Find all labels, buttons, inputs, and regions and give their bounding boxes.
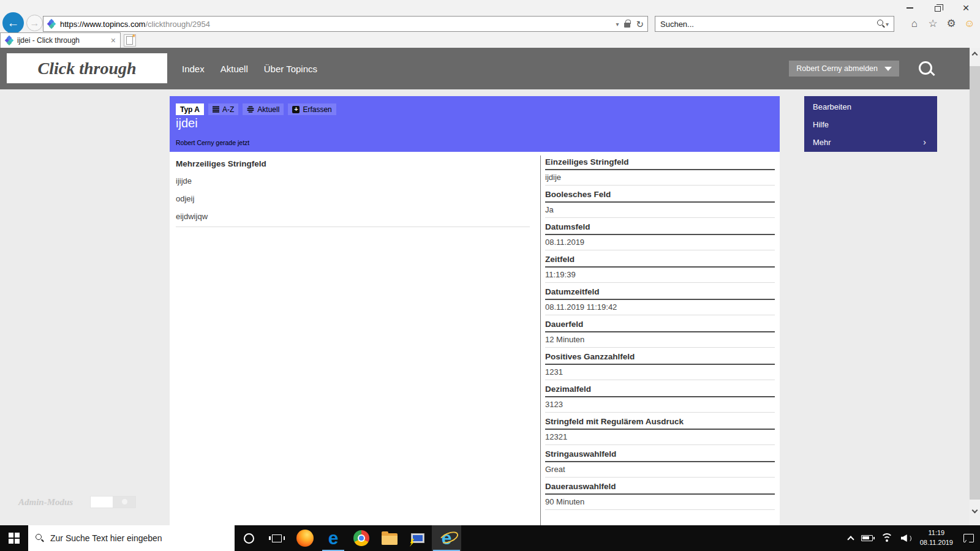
minimize-button[interactable] (895, 0, 924, 16)
admin-mode-row: Admin-Modus (18, 496, 136, 508)
page-title: ijdei (176, 116, 198, 130)
edge-button[interactable]: e (319, 525, 347, 551)
browser-search-input[interactable] (660, 20, 877, 29)
cortana-button[interactable] (235, 525, 263, 551)
home-icon[interactable]: ⌂ (908, 18, 921, 30)
menu-item-mehr[interactable]: Mehr› (804, 133, 937, 151)
field-value: 08.11.2019 11:19:42 (545, 300, 775, 315)
scrollbar-thumb[interactable] (970, 66, 980, 500)
address-bar[interactable]: https://www.topincs.com/clickthrough/295… (43, 16, 648, 32)
cortana-icon (244, 533, 254, 544)
field-value: ijdije (545, 170, 775, 186)
field-row: Stringauswahlfeld Great (545, 449, 775, 478)
search-dropdown-icon[interactable]: ▾ (886, 21, 889, 28)
field-label: Einzeiliges Stringfeld (545, 157, 775, 170)
new-tab-button[interactable]: * (124, 34, 136, 47)
battery-icon[interactable] (861, 535, 873, 541)
scroll-up-icon[interactable] (972, 52, 978, 58)
action-center-icon[interactable] (963, 534, 974, 542)
remote-desktop-button[interactable] (404, 525, 432, 551)
field-value: Great (545, 462, 775, 478)
nav-aktuell[interactable]: Aktuell (221, 64, 248, 74)
chrome-button[interactable] (347, 525, 375, 551)
page-background: Typ A A-Z Aktuell + Erfassen ijdei Rober… (0, 89, 970, 525)
browser-tab[interactable]: ijdei - Click through × (0, 32, 121, 48)
url-text: https://www.topincs.com/clickthrough/295… (60, 20, 210, 29)
scroll-down-icon[interactable] (972, 508, 978, 514)
field-value: 90 Minuten (545, 495, 775, 510)
field-value: odjeij (176, 194, 530, 212)
chip-a-z[interactable]: A-Z (208, 103, 238, 115)
field-row: Stringfeld mit Regulärem Ausdruck 12321 (545, 417, 775, 445)
site-logo-text: Click through (37, 59, 136, 78)
favorites-star-icon[interactable]: ☆ (926, 17, 940, 30)
firefox-icon (296, 530, 314, 547)
task-view-button[interactable] (263, 525, 291, 551)
menu-item-hilfe[interactable]: Hilfe (804, 116, 937, 133)
forward-button[interactable]: → (26, 15, 43, 31)
plus-icon: + (292, 106, 300, 113)
admin-mode-toggle[interactable] (90, 496, 136, 508)
forward-arrow-icon: → (30, 18, 40, 29)
tab-close-icon[interactable]: × (111, 36, 116, 45)
address-dropdown-icon[interactable]: ▾ (616, 21, 619, 28)
topic-banner: Typ A A-Z Aktuell + Erfassen ijdei Rober… (170, 96, 780, 152)
taskbar-search-icon (36, 534, 44, 542)
site-header: Click through Index Aktuell Über Topincs… (0, 48, 970, 89)
feedback-smiley-icon[interactable]: ☺ (963, 18, 976, 30)
field-label: Zeitfeld (545, 255, 775, 268)
field-row: Dezimalfeld 3123 (545, 384, 775, 413)
site-nav: Index Aktuell Über Topincs (182, 48, 317, 89)
nav-ueber-topincs[interactable]: Über Topincs (264, 64, 317, 74)
close-button[interactable]: × (952, 0, 980, 16)
internet-explorer-button[interactable]: e (432, 525, 461, 551)
content-card: Mehrzeiliges Stringfeld ijijde odjeij ei… (170, 152, 780, 525)
side-menu: Bearbeiten Hilfe Mehr› (804, 96, 937, 152)
topincs-favicon-icon (47, 20, 56, 28)
field-label: Boolesches Feld (545, 190, 775, 203)
field-row: Positives Ganzzahlfeld 1231 (545, 352, 775, 380)
start-button[interactable] (0, 525, 28, 551)
refresh-icon[interactable]: ↻ (636, 20, 644, 29)
site-search-icon[interactable] (918, 60, 936, 78)
taskbar-clock[interactable]: 11:19 08.11.2019 (920, 528, 953, 548)
field-value: 12 Minuten (545, 332, 775, 348)
field-label: Positives Ganzzahlfeld (545, 352, 775, 365)
type-chip[interactable]: Typ A (176, 103, 204, 115)
back-button[interactable]: ← (2, 12, 24, 34)
chevron-right-icon: › (923, 133, 926, 151)
page-scrollbar[interactable] (970, 48, 980, 525)
wifi-icon[interactable] (881, 533, 893, 543)
field-row: Boolesches Feld Ja (545, 190, 775, 218)
field-label: Dauerfeld (545, 320, 775, 332)
menu-item-bearbeiten[interactable]: Bearbeiten (804, 98, 937, 116)
browser-search-box[interactable]: ▾ (655, 16, 894, 32)
taskbar-search-input[interactable] (50, 533, 227, 543)
back-arrow-icon: ← (7, 16, 20, 30)
taskbar-search-box[interactable] (28, 525, 235, 551)
taskbar: e e 11:19 08.11.2019 (0, 525, 980, 551)
firefox-button[interactable] (291, 525, 319, 551)
field-label: Dauerauswahlfeld (545, 482, 775, 495)
dropdown-triangle-icon (884, 67, 892, 71)
explorer-button[interactable] (375, 525, 404, 551)
clock-date: 08.11.2019 (920, 539, 953, 546)
site-logo[interactable]: Click through (7, 53, 167, 83)
field-value: Ja (545, 203, 775, 218)
restore-button[interactable] (924, 0, 952, 16)
chrome-icon (353, 530, 369, 546)
chip-erfassen[interactable]: + Erfassen (288, 103, 336, 115)
edge-icon: e (328, 530, 339, 547)
field-value: 3123 (545, 397, 775, 413)
field-label: Stringfeld mit Regulärem Ausdruck (545, 417, 775, 430)
search-magnifier-icon[interactable] (877, 20, 886, 28)
volume-icon[interactable] (901, 534, 912, 542)
nav-index[interactable]: Index (182, 64, 205, 74)
settings-gear-icon[interactable]: ⚙ (944, 17, 958, 30)
tray-expand-icon[interactable] (847, 536, 854, 542)
chip-aktuell[interactable]: Aktuell (243, 103, 284, 115)
field-label: Mehrzeiliges Stringfeld (176, 159, 530, 168)
tab-favicon-icon (5, 36, 13, 45)
logout-button[interactable]: Robert Cerny abmelden (789, 61, 899, 77)
field-value: ijijde (176, 176, 530, 194)
